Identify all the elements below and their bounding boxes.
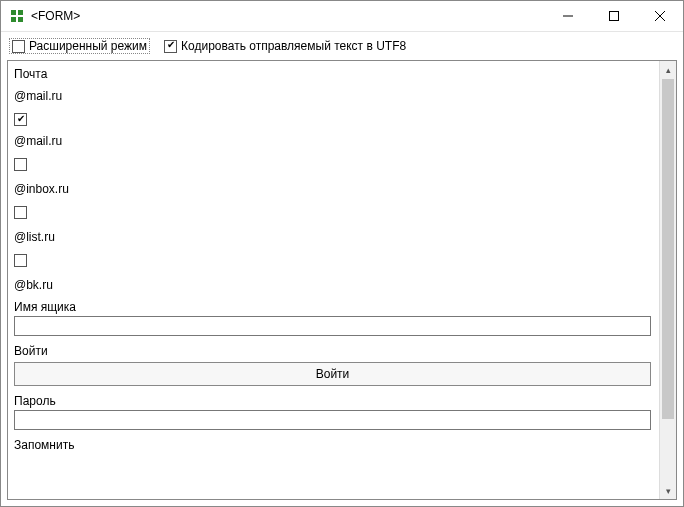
svg-rect-1 xyxy=(18,10,23,15)
extended-mode-label: Расширенный режим xyxy=(29,39,147,53)
close-button[interactable] xyxy=(637,1,683,31)
domain-option-0: @mail.ru xyxy=(14,111,651,148)
domain-option-3: @bk.ru xyxy=(14,252,651,292)
scroll-down-arrow[interactable]: ▾ xyxy=(660,482,676,499)
utf8-checkbox[interactable] xyxy=(164,40,177,53)
app-icon xyxy=(9,8,25,24)
domain-label-1: @inbox.ru xyxy=(14,182,651,196)
domain-checkbox-0[interactable] xyxy=(14,113,27,126)
utf8-option[interactable]: Кодировать отправляемый текст в UTF8 xyxy=(164,39,406,53)
domain-option-2: @list.ru xyxy=(14,204,651,244)
domain-checkbox-3[interactable] xyxy=(14,254,27,267)
utf8-label: Кодировать отправляемый текст в UTF8 xyxy=(181,39,406,53)
form-scroll-area: Почта @mail.ru @mail.ru @inbox.ru @list.… xyxy=(8,61,659,499)
options-toolbar: Расширенный режим Кодировать отправляемы… xyxy=(1,32,683,58)
minimize-button[interactable] xyxy=(545,1,591,31)
svg-rect-0 xyxy=(11,10,16,15)
maximize-button[interactable] xyxy=(591,1,637,31)
svg-rect-2 xyxy=(11,17,16,22)
domain-label-3: @bk.ru xyxy=(14,278,651,292)
extended-mode-checkbox[interactable] xyxy=(12,40,25,53)
password-input[interactable] xyxy=(14,410,651,430)
login-label: Войти xyxy=(14,344,651,358)
domain-checkbox-1[interactable] xyxy=(14,158,27,171)
domain-checkbox-2[interactable] xyxy=(14,206,27,219)
mail-header-label: Почта xyxy=(14,67,651,81)
svg-rect-5 xyxy=(610,12,619,21)
extended-mode-option[interactable]: Расширенный режим xyxy=(9,38,150,54)
domain-label-2: @list.ru xyxy=(14,230,651,244)
login-button-text: Войти xyxy=(316,367,350,381)
svg-rect-3 xyxy=(18,17,23,22)
domain-label-0: @mail.ru xyxy=(14,134,651,148)
vertical-scrollbar[interactable]: ▴ ▾ xyxy=(659,61,676,499)
scroll-up-arrow[interactable]: ▴ xyxy=(660,61,676,78)
remember-label: Запомнить xyxy=(14,438,651,452)
mailbox-input[interactable] xyxy=(14,316,651,336)
login-button[interactable]: Войти xyxy=(14,362,651,386)
content-frame: Почта @mail.ru @mail.ru @inbox.ru @list.… xyxy=(7,60,677,500)
domain-option-1: @inbox.ru xyxy=(14,156,651,196)
mail-default-label: @mail.ru xyxy=(14,89,651,103)
password-label: Пароль xyxy=(14,394,651,408)
window-title: <FORM> xyxy=(31,9,80,23)
titlebar: <FORM> xyxy=(1,1,683,32)
mailbox-label: Имя ящика xyxy=(14,300,651,314)
app-window: <FORM> Расширенный режим Кодировать отпр… xyxy=(0,0,684,507)
scroll-thumb[interactable] xyxy=(662,79,674,419)
